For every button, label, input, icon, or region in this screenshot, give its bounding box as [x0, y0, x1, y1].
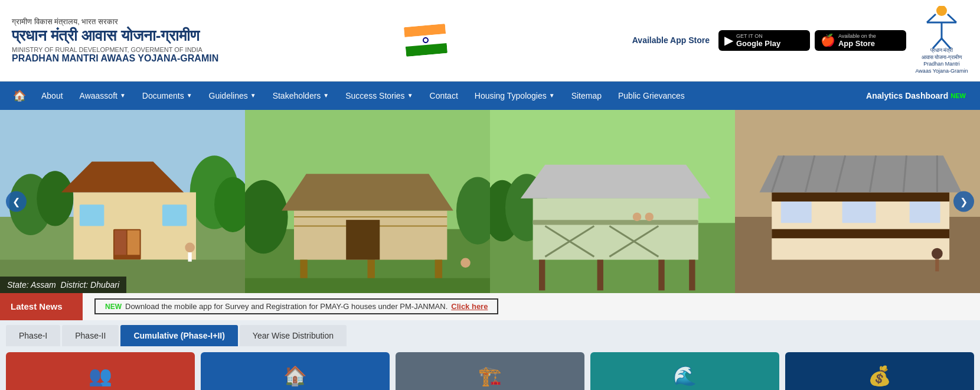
- google-play-small: GET IT ON: [736, 33, 780, 39]
- google-play-button[interactable]: ▶ GET IT ON Google Play: [718, 30, 810, 51]
- svg-line-5: [933, 38, 942, 48]
- app-store-text: Available on the App Store: [838, 33, 876, 48]
- header-right: Available App Store ▶ GET IT ON Google P…: [632, 6, 968, 75]
- card-4: 🌊: [590, 352, 779, 390]
- svg-rect-34: [346, 220, 380, 259]
- card-3: 🏗️: [396, 352, 584, 390]
- nav-sitemap-label: Sitemap: [571, 91, 602, 100]
- nav-housing-typologies[interactable]: Housing Typologies ▼: [466, 82, 563, 110]
- news-content: NEW Download the mobile app for Survey a…: [83, 298, 980, 314]
- news-new-badge: NEW: [105, 303, 122, 311]
- svg-point-53: [645, 212, 654, 221]
- svg-rect-68: [910, 202, 940, 223]
- svg-rect-44: [597, 259, 603, 290]
- tabs-bar: Phase-I Phase-II Cumulative (Phase-I+II)…: [0, 320, 980, 346]
- home-icon: 🏠: [13, 89, 26, 102]
- news-border-box: NEW Download the mobile app for Survey a…: [94, 298, 498, 314]
- svg-rect-18: [80, 204, 104, 226]
- success-stories-arrow-icon: ▼: [407, 92, 413, 99]
- carousel: ❮ ❯ State: Assam District: Dhubari: [0, 110, 980, 293]
- nav-contact[interactable]: Contact: [422, 82, 466, 110]
- available-app-store-label: Available App Store: [632, 35, 710, 45]
- carousel-prev-button[interactable]: ❮: [6, 191, 27, 212]
- svg-rect-43: [539, 259, 545, 290]
- svg-rect-57: [772, 192, 949, 202]
- svg-rect-58: [772, 229, 949, 238]
- carousel-slide-4: [735, 110, 980, 293]
- svg-point-10: [37, 171, 73, 226]
- apple-icon: 🍎: [821, 33, 835, 47]
- nav-analytics-label: Analytics Dashboard: [866, 91, 948, 100]
- google-play-name: Google Play: [736, 39, 780, 48]
- svg-rect-66: [781, 202, 812, 223]
- ministry-eng-small: MINISTRY OF RURAL DEVELOPMENT, GOVERMENT…: [12, 46, 218, 53]
- navbar: 🏠 About Awaassoft ▼ Documents ▼ Guidelin…: [0, 82, 980, 110]
- app-store-button[interactable]: 🍎 Available on the App Store: [815, 30, 906, 51]
- svg-line-6: [942, 38, 950, 48]
- svg-rect-70: [935, 259, 939, 271]
- nav-guidelines-label: Guidelines: [209, 91, 248, 100]
- nav-documents-label: Documents: [142, 91, 184, 100]
- svg-line-3: [948, 14, 956, 22]
- nav-public-grievances-label: Public Grievances: [618, 91, 685, 100]
- nav-guidelines[interactable]: Guidelines ▼: [201, 82, 264, 110]
- nav-public-grievances[interactable]: Public Grievances: [610, 82, 693, 110]
- ashoka-chakra: [422, 37, 429, 44]
- card-2: 🏠: [201, 352, 390, 390]
- svg-rect-19: [162, 204, 187, 226]
- nav-analytics-dashboard[interactable]: Analytics Dashboard NEW: [858, 82, 974, 110]
- header: ग्रामीण विकास मंत्रालय, भारत सरकार प्रधा…: [0, 0, 980, 82]
- documents-arrow-icon: ▼: [187, 92, 192, 99]
- tab-phase-2[interactable]: Phase-II: [62, 325, 119, 346]
- news-label: Latest News: [0, 293, 83, 320]
- nav-about[interactable]: About: [33, 82, 71, 110]
- carousel-image-1: [0, 110, 245, 293]
- tab-cumulative[interactable]: Cumulative (Phase-I+II): [120, 325, 237, 346]
- nav-home-button[interactable]: 🏠: [6, 82, 33, 110]
- carousel-image-3: [490, 110, 735, 293]
- nav-about-label: About: [41, 91, 63, 100]
- carousel-next-button[interactable]: ❯: [953, 191, 974, 212]
- app-buttons: ▶ GET IT ON Google Play 🍎 Available on t…: [718, 30, 906, 51]
- housing-arrow-icon: ▼: [549, 92, 555, 99]
- tab-year-wise[interactable]: Year Wise Distribution: [240, 325, 347, 346]
- nav-success-stories[interactable]: Success Stories ▼: [337, 82, 421, 110]
- app-store-label-block: Available App Store: [632, 35, 710, 45]
- card-5: 💰: [785, 352, 974, 390]
- header-title-block: ग्रामीण विकास मंत्रालय, भारत सरकार प्रधा…: [12, 17, 218, 64]
- india-flag: [403, 24, 447, 57]
- carousel-slide-2: [245, 110, 490, 293]
- next-icon: ❯: [960, 196, 968, 207]
- carousel-caption: State: Assam District: Dhubari: [0, 277, 126, 293]
- svg-marker-59: [760, 155, 962, 192]
- card-1: 👥: [6, 352, 195, 390]
- header-flag: [405, 25, 446, 55]
- scheme-eng-large: PRADHAN MANTRI AWAAS YOJANA-GRAMIN: [12, 53, 218, 64]
- awaassoft-arrow-icon: ▼: [120, 92, 126, 99]
- nav-awaassoft[interactable]: Awaassoft ▼: [71, 82, 134, 110]
- app-row: ▶ GET IT ON Google Play 🍎 Available on t…: [718, 30, 906, 51]
- card-4-icon: 🌊: [673, 365, 697, 387]
- svg-point-21: [185, 242, 195, 252]
- svg-rect-45: [658, 259, 664, 290]
- tab-phase-1[interactable]: Phase-I: [6, 325, 60, 346]
- carousel-slide-3: [490, 110, 735, 293]
- carousel-image-4: [735, 110, 980, 293]
- nav-housing-typologies-label: Housing Typologies: [475, 91, 547, 100]
- card-5-icon: 💰: [868, 365, 891, 387]
- nav-stakeholders[interactable]: Stakeholders ▼: [264, 82, 338, 110]
- card-3-icon: 🏗️: [478, 365, 502, 387]
- svg-marker-42: [521, 165, 711, 199]
- card-1-icon: 👥: [89, 365, 112, 387]
- nav-awaassoft-label: Awaassoft: [80, 91, 117, 100]
- nav-sitemap[interactable]: Sitemap: [563, 82, 610, 110]
- svg-line-2: [927, 14, 936, 22]
- nav-success-stories-label: Success Stories: [345, 91, 404, 100]
- app-store-small: Available on the: [838, 33, 876, 39]
- svg-rect-47: [533, 220, 698, 225]
- logo-figure: [921, 6, 962, 47]
- stakeholders-arrow-icon: ▼: [323, 92, 329, 99]
- news-click-here-link[interactable]: Click here: [451, 302, 488, 311]
- guidelines-arrow-icon: ▼: [250, 92, 256, 99]
- nav-documents[interactable]: Documents ▼: [134, 82, 201, 110]
